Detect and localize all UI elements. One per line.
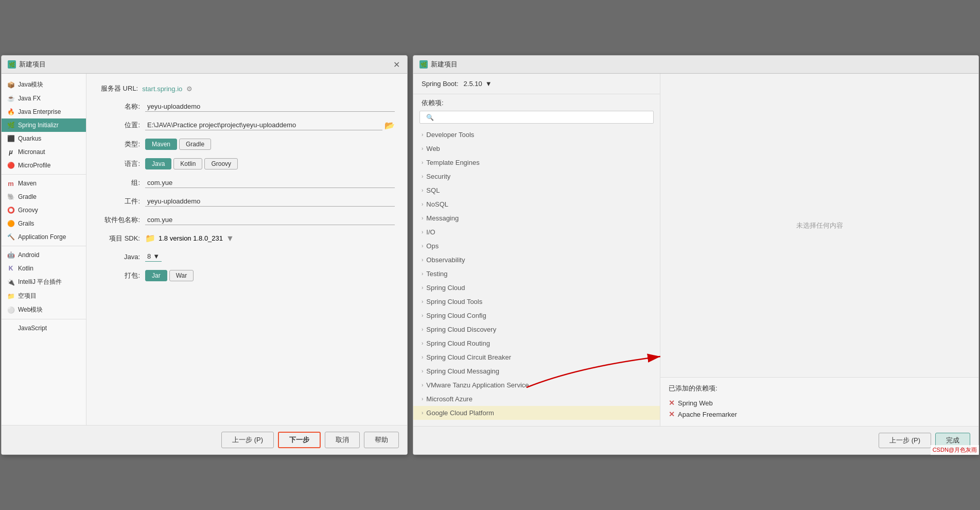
watermark: CSDN@月色灰雨	[931, 445, 979, 455]
dep-item-developer-tools[interactable]: › Developer Tools	[413, 128, 660, 142]
group-row: 组:	[99, 178, 395, 188]
packaging-war-button[interactable]: War	[169, 270, 194, 281]
right-body: Spring Boot: 2.5.10 ▼ 依赖项: 🔍 › Developer…	[413, 74, 978, 426]
sidebar-item-spring-initializr[interactable]: 🌿 Spring Initializr	[2, 118, 86, 132]
dep-item-observability[interactable]: › Observability	[413, 253, 660, 267]
sidebar-item-java-enterprise[interactable]: 🔥 Java Enterprise	[2, 105, 86, 118]
spring-boot-select[interactable]: 2.5.10 ▼	[464, 80, 492, 88]
dep-chevron-ops: ›	[422, 243, 423, 249]
added-dep-spring-web: ✕ Spring Web	[669, 397, 970, 409]
dep-item-nosql[interactable]: › NoSQL	[413, 197, 660, 211]
dep-label-web: Web	[426, 145, 440, 152]
type-gradle-button[interactable]: Gradle	[179, 139, 211, 150]
sidebar-item-javascript-label: JavaScript	[18, 325, 47, 332]
java-version-select[interactable]: 8 ▼	[145, 251, 162, 262]
type-maven-button[interactable]: Maven	[145, 139, 177, 150]
dep-item-messaging[interactable]: › Messaging	[413, 211, 660, 225]
sidebar-item-android[interactable]: 🤖 Android	[2, 248, 86, 262]
browse-icon[interactable]: 📂	[384, 121, 395, 130]
language-java-button[interactable]: Java	[145, 158, 171, 169]
dep-item-microsoft-azure[interactable]: › Microsoft Azure	[413, 392, 660, 406]
java-version-value: 8	[147, 252, 151, 260]
sidebar-item-maven[interactable]: m Maven	[2, 177, 86, 190]
sidebar-item-java-fx[interactable]: ☕ Java FX	[2, 92, 86, 105]
language-label: 语言:	[99, 159, 145, 168]
package-input[interactable]	[145, 215, 395, 225]
java-fx-icon: ☕	[7, 94, 15, 103]
sidebar-item-javascript[interactable]: JavaScript	[2, 321, 86, 335]
sidebar-item-microprofile[interactable]: 🔴 MicroProfile	[2, 159, 86, 172]
packaging-jar-button[interactable]: Jar	[145, 270, 167, 281]
packaging-btn-group: Jar War	[145, 270, 194, 281]
dep-item-spring-cloud-config[interactable]: › Spring Cloud Config	[413, 309, 660, 322]
dep-item-spring-cloud-routing[interactable]: › Spring Cloud Routing	[413, 336, 660, 350]
left-close-button[interactable]: ✕	[392, 60, 401, 69]
sidebar-item-web-module-label: Web模块	[18, 305, 43, 314]
group-input[interactable]	[145, 178, 395, 188]
artifact-input[interactable]	[145, 196, 395, 207]
sidebar-item-micronaut[interactable]: μ Micronaut	[2, 145, 86, 159]
dep-chevron-io: ›	[422, 229, 423, 235]
sdk-dropdown-icon[interactable]: ▼	[226, 234, 234, 243]
language-kotlin-button[interactable]: Kotlin	[173, 158, 202, 169]
sidebar-item-kotlin-label: Kotlin	[18, 265, 33, 272]
sidebar-item-web-module[interactable]: ⚪ Web模块	[2, 303, 86, 317]
remove-spring-web-button[interactable]: ✕	[669, 399, 675, 407]
location-input[interactable]	[145, 120, 382, 130]
dep-label-spring-cloud-tools: Spring Cloud Tools	[426, 298, 482, 305]
sidebar-item-quarkus[interactable]: ⬛ Quarkus	[2, 132, 86, 145]
dep-item-spring-cloud-messaging[interactable]: › Spring Cloud Messaging	[413, 364, 660, 378]
package-label: 软件包名称:	[99, 215, 145, 225]
application-forge-icon: 🔨	[7, 233, 15, 241]
dep-chevron-spring-cloud-routing: ›	[422, 341, 423, 346]
sidebar-item-microprofile-label: MicroProfile	[18, 162, 50, 169]
groovy-icon: ⭕	[7, 206, 15, 214]
left-prev-button[interactable]: 上一步 (P)	[221, 432, 274, 448]
dep-item-io[interactable]: › I/O	[413, 225, 660, 239]
sidebar-item-gradle[interactable]: 🐘 Gradle	[2, 190, 86, 203]
server-url-link[interactable]: start.spring.io	[142, 85, 182, 93]
dep-item-web[interactable]: › Web	[413, 142, 660, 156]
right-title-area: 🌿 新建项目	[419, 60, 458, 69]
name-label: 名称:	[99, 102, 145, 111]
dep-item-vmware-tanzu[interactable]: › VMware Tanzu Application Service	[413, 378, 660, 392]
left-cancel-button[interactable]: 取消	[325, 432, 360, 448]
dep-item-spring-cloud-circuit-breaker[interactable]: › Spring Cloud Circuit Breaker	[413, 350, 660, 364]
deps-label: 依赖项:	[413, 94, 660, 111]
sidebar-item-intellij-plugin[interactable]: 🔌 IntelliJ 平台插件	[2, 275, 86, 289]
search-input[interactable]	[436, 113, 647, 121]
spring-initializr-icon: 🌿	[7, 121, 15, 129]
dep-item-testing[interactable]: › Testing	[413, 267, 660, 281]
sidebar-item-grails[interactable]: 🟠 Grails	[2, 217, 86, 230]
sidebar-item-empty-project[interactable]: 📁 空项目	[2, 289, 86, 303]
dep-item-google-cloud[interactable]: › Google Cloud Platform	[413, 406, 660, 420]
dep-item-spring-cloud-tools[interactable]: › Spring Cloud Tools	[413, 295, 660, 309]
search-row: 🔍	[419, 111, 654, 124]
sidebar-item-application-forge[interactable]: 🔨 Application Forge	[2, 230, 86, 244]
dep-item-sql[interactable]: › SQL	[413, 183, 660, 197]
right-prev-button[interactable]: 上一步 (P)	[879, 433, 931, 448]
sidebar-item-java-fx-label: Java FX	[18, 95, 41, 102]
name-input[interactable]	[145, 101, 395, 112]
left-next-button[interactable]: 下一步	[278, 432, 321, 448]
dep-item-ops[interactable]: › Ops	[413, 239, 660, 253]
sidebar-item-kotlin[interactable]: K Kotlin	[2, 262, 86, 275]
dep-item-spring-cloud[interactable]: › Spring Cloud	[413, 281, 660, 295]
sdk-label: 项目 SDK:	[99, 234, 145, 243]
remove-apache-freemarker-button[interactable]: ✕	[669, 410, 675, 418]
sidebar-item-groovy[interactable]: ⭕ Groovy	[2, 203, 86, 217]
server-url-row: 服务器 URL: start.spring.io ⚙	[99, 84, 395, 93]
left-dialog-title: 新建项目	[19, 60, 46, 69]
dep-label-spring-cloud-discovery: Spring Cloud Discovery	[426, 326, 496, 333]
dep-chevron-security: ›	[422, 174, 423, 179]
gear-icon[interactable]: ⚙	[186, 85, 192, 93]
dep-chevron-nosql: ›	[422, 201, 423, 207]
dep-item-spring-cloud-discovery[interactable]: › Spring Cloud Discovery	[413, 322, 660, 336]
dep-item-security[interactable]: › Security	[413, 169, 660, 183]
dep-item-template-engines[interactable]: › Template Engines	[413, 156, 660, 169]
sdk-select-row: 📁 1.8 version 1.8.0_231 ▼	[145, 233, 234, 243]
left-help-button[interactable]: 帮助	[364, 432, 399, 448]
sidebar-item-java-module[interactable]: 📦 Java模块	[2, 78, 86, 92]
language-groovy-button[interactable]: Groovy	[204, 158, 238, 169]
dep-chevron-spring-cloud-config: ›	[422, 313, 423, 318]
